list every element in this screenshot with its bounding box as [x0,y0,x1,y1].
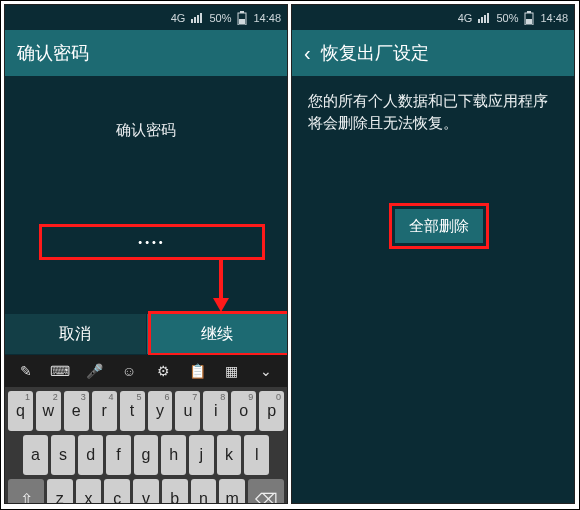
warning-message: 您的所有个人数据和已下载应用程序将会删除且无法恢复。 [292,76,574,134]
kb-mic-icon[interactable]: 🎤 [81,359,109,383]
key-j[interactable]: j [189,435,214,475]
key-h[interactable]: h [161,435,186,475]
title-bar: ‹ 恢复出厂设定 [292,30,574,76]
page-title: 确认密码 [17,41,89,65]
battery-label: 50% [496,12,518,24]
key-b[interactable]: b [162,479,188,504]
kb-handwrite-icon[interactable]: ✎ [12,359,40,383]
battery-icon [237,11,247,25]
continue-button[interactable]: 继续 [147,314,288,354]
kb-layout-icon[interactable]: ▦ [218,359,246,383]
kb-emoji-icon[interactable]: ☺ [115,359,143,383]
clock-label: 14:48 [253,12,281,24]
title-bar: 确认密码 [5,30,287,76]
key-c[interactable]: c [104,479,130,504]
key-shift[interactable]: ⇧ [8,479,44,504]
kb-collapse-icon[interactable]: ⌄ [252,359,280,383]
key-i[interactable]: i8 [203,391,228,431]
status-bar: 4G 50% 14:48 [5,5,287,30]
signal-icon [478,13,490,23]
signal-icon [191,13,203,23]
confirm-password-label: 确认密码 [5,76,287,140]
kb-gear-icon[interactable]: ⚙ [149,359,177,383]
button-row: 取消 继续 [5,314,287,354]
svg-rect-2 [239,19,245,24]
battery-icon [524,11,534,25]
key-d[interactable]: d [78,435,103,475]
delete-all-button[interactable]: 全部删除 [395,209,483,243]
phone-left: 4G 50% 14:48 确认密码 确认密码 •••• 取消 继续 [4,4,288,504]
clock-label: 14:48 [540,12,568,24]
key-p[interactable]: p0 [259,391,284,431]
key-x[interactable]: x [76,479,102,504]
kb-clipboard-icon[interactable]: 📋 [183,359,211,383]
key-f[interactable]: f [106,435,131,475]
key-s[interactable]: s [51,435,76,475]
svg-marker-4 [213,298,229,312]
key-backspace[interactable]: ⌫ [248,479,284,504]
key-r[interactable]: r4 [92,391,117,431]
status-bar: 4G 50% 14:48 [292,5,574,30]
page-title: 恢复出厂设定 [321,41,429,65]
keyboard: q1w2e3r4t5y6u7i8o9p0 asdfghjkl ⇧zxcvbnm⌫… [5,387,287,504]
svg-rect-7 [526,19,532,24]
key-n[interactable]: n [191,479,217,504]
key-k[interactable]: k [217,435,242,475]
annotation-arrow-icon [211,260,231,312]
keyboard-toolbar: ✎ ⌨ 🎤 ☺ ⚙ 📋 ▦ ⌄ [5,355,287,387]
password-input[interactable]: •••• [39,224,265,260]
battery-label: 50% [209,12,231,24]
network-label: 4G [171,12,186,24]
key-g[interactable]: g [134,435,159,475]
key-u[interactable]: u7 [175,391,200,431]
key-v[interactable]: v [133,479,159,504]
key-y[interactable]: y6 [148,391,173,431]
key-l[interactable]: l [244,435,269,475]
key-q[interactable]: q1 [8,391,33,431]
key-m[interactable]: m [219,479,245,504]
cancel-button[interactable]: 取消 [5,314,147,354]
kb-keyboard-icon[interactable]: ⌨ [46,359,74,383]
key-a[interactable]: a [23,435,48,475]
key-e[interactable]: e3 [64,391,89,431]
key-w[interactable]: w2 [36,391,61,431]
back-icon[interactable]: ‹ [304,43,311,63]
phone-right: 4G 50% 14:48 ‹ 恢复出厂设定 您的所有个人数据和已下载应用程序将会… [291,4,575,504]
network-label: 4G [458,12,473,24]
key-o[interactable]: o9 [231,391,256,431]
key-t[interactable]: t5 [120,391,145,431]
key-z[interactable]: z [47,479,73,504]
